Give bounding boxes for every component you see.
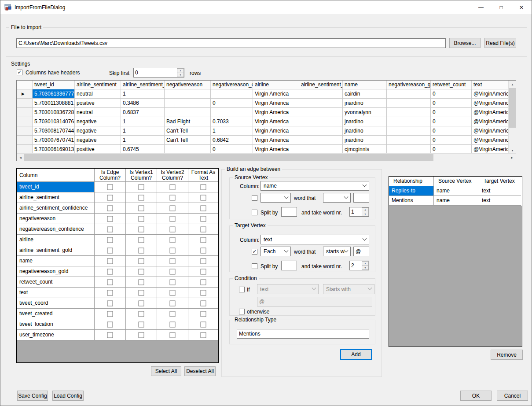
preview-grid-row-header[interactable]: ▶ [17,89,33,99]
preview-grid-cell[interactable]: @VirginAmerica [472,117,508,126]
stepper-down-icon[interactable]: ▼ [177,73,184,78]
column-name-cell[interactable]: name [17,256,95,266]
preview-grid-cell[interactable] [211,108,253,117]
target-word-select[interactable]: Each [260,247,291,256]
preview-grid-cell[interactable] [165,89,211,99]
preview-grid-row-header[interactable] [17,145,33,154]
preview-grid-cell[interactable]: 0 [431,136,472,145]
is-vertex2-checkbox[interactable] [170,195,176,200]
preview-grid-cell[interactable]: 0.6842 [211,136,253,145]
format-as-text-checkbox[interactable] [201,205,206,211]
preview-grid-cell[interactable]: @VirginAmerica [472,89,508,99]
preview-grid-cell[interactable]: 0 [431,126,472,136]
column-name-cell[interactable]: text [17,288,95,298]
target-match-select[interactable]: starts with [323,247,351,256]
preview-grid-cell[interactable]: Can't Tell [165,136,211,145]
preview-grid-cell[interactable]: Virgin America [253,108,299,117]
preview-grid-row-header[interactable] [17,136,33,145]
is-vertex2-checkbox[interactable] [170,226,176,232]
preview-grid-column-header[interactable]: airline_sentiment_g [299,81,343,89]
is-vertex1-checkbox[interactable] [139,247,144,253]
preview-grid-cell[interactable]: 0 [431,108,472,117]
browse-button[interactable]: Browse... [449,38,481,48]
is-edge-checkbox[interactable] [107,269,113,274]
preview-grid-cell[interactable] [387,136,431,145]
relationships-header[interactable]: Source Vertex [434,177,479,186]
preview-grid-cell[interactable]: Virgin America [253,145,299,154]
preview-grid-cell[interactable] [299,136,343,145]
target-split-input[interactable] [281,261,297,270]
column-table-header[interactable]: Format As Text [188,169,218,182]
condition-otherwise-checkbox[interactable] [239,309,245,314]
is-edge-checkbox[interactable] [107,216,113,221]
source-match-select[interactable] [323,193,351,203]
preview-grid-cell[interactable] [299,99,343,108]
is-edge-checkbox[interactable] [107,184,113,190]
column-name-cell[interactable]: tweet_location [17,319,95,330]
preview-grid-cell[interactable]: Virgin America [253,99,299,108]
preview-grid-cell[interactable]: 5.703006169013... [33,145,75,154]
column-name-cell[interactable]: negativereason_gold [17,266,95,277]
preview-grid-cell[interactable]: 0 [431,117,472,126]
preview-grid-cell[interactable]: 0 [431,99,472,108]
column-table-header[interactable]: Is Edge Column? [95,169,126,182]
format-as-text-checkbox[interactable] [201,321,206,327]
column-name-cell[interactable]: user_timezone [17,330,95,340]
is-vertex2-checkbox[interactable] [170,237,176,243]
scroll-up-icon[interactable]: ▲ [509,81,516,88]
preview-grid-cell[interactable]: @VirginAmerica [472,126,508,136]
save-config-button[interactable]: Save Config [17,391,48,401]
source-column-select[interactable]: name [260,181,369,191]
skip-rows-stepper[interactable]: ▲ ▼ [133,68,184,78]
preview-grid-cell[interactable]: 5.703011308881... [33,99,75,108]
vertical-scroll-thumb[interactable] [509,88,516,128]
preview-grid-cell[interactable]: 5.703010314076... [33,117,75,126]
preview-grid-cell[interactable]: cairdin [343,89,387,99]
is-vertex1-checkbox[interactable] [139,269,144,274]
preview-grid-cell[interactable] [387,99,431,108]
file-path-input[interactable] [16,38,446,48]
source-word-select[interactable] [260,193,291,203]
preview-grid-cell[interactable]: 1 [121,136,165,145]
is-vertex1-checkbox[interactable] [139,195,144,200]
preview-grid-cell[interactable]: 1 [121,117,165,126]
is-vertex2-checkbox[interactable] [170,311,176,317]
preview-grid-row-header[interactable] [17,126,33,136]
column-name-cell[interactable]: negativereason_confidence [17,224,95,235]
relationship-cell[interactable]: text [479,186,521,196]
preview-grid-cell[interactable]: 5.703007670741... [33,136,75,145]
preview-grid-cell[interactable]: 0 [211,145,253,154]
relationship-type-input[interactable] [237,329,369,339]
is-vertex1-checkbox[interactable] [139,332,144,338]
preview-grid-cell[interactable]: jnardino [343,117,387,126]
relationship-cell[interactable]: Replies-to [389,186,434,196]
target-word-number-value[interactable] [350,261,362,270]
preview-grid-cell[interactable]: Can't Tell [165,126,211,136]
ok-button[interactable]: OK [460,391,492,401]
cancel-button[interactable]: Cancel [497,391,528,401]
relationship-cell[interactable]: name [434,196,479,206]
preview-grid-cell[interactable]: Virgin America [253,89,299,99]
is-vertex2-checkbox[interactable] [170,216,176,221]
is-vertex2-checkbox[interactable] [170,269,176,274]
preview-grid-cell[interactable]: jnardino [343,136,387,145]
preview-grid-cell[interactable]: jnardino [343,126,387,136]
is-edge-checkbox[interactable] [107,237,113,243]
preview-grid-cell[interactable]: 0.6837 [121,108,165,117]
preview-grid-cell[interactable]: 0 [211,99,253,108]
column-name-cell[interactable]: tweet_coord [17,298,95,309]
source-word-checkbox[interactable] [252,195,257,201]
preview-grid-cell[interactable]: positive [75,145,121,154]
format-as-text-checkbox[interactable] [201,332,206,338]
relationship-cell[interactable]: text [479,196,521,206]
preview-grid-cell[interactable] [387,117,431,126]
add-button[interactable]: Add [340,349,372,360]
preview-grid-cell[interactable]: 0.7033 [211,117,253,126]
preview-grid-cell[interactable] [387,145,431,154]
target-column-select[interactable]: text [260,235,369,244]
preview-grid-row-header[interactable] [17,99,33,108]
column-table-header[interactable]: Is Vertex1 Column? [126,169,157,182]
minimize-button[interactable]: — [471,0,491,14]
is-edge-checkbox[interactable] [107,321,113,327]
is-vertex2-checkbox[interactable] [170,290,176,295]
